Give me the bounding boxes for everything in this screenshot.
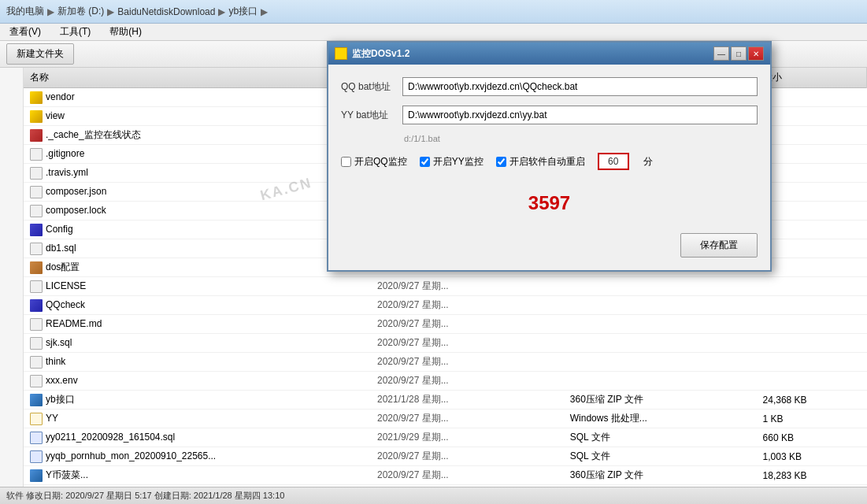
file-name-text: Config: [46, 224, 73, 235]
dialog-icon: [335, 47, 347, 60]
table-row[interactable]: QQcheck2020/9/27 星期...: [24, 296, 867, 315]
file-size-cell: [757, 183, 867, 202]
file-date-cell: 2020/9/27 星期...: [371, 296, 564, 315]
yy-monitor-item: 开启YY监控: [420, 155, 484, 169]
yy-monitor-checkbox[interactable]: [420, 157, 430, 167]
menu-view[interactable]: 查看(V): [6, 24, 44, 40]
file-name-text: Y币菠菜...: [46, 469, 88, 480]
save-config-button[interactable]: 保存配置: [680, 233, 758, 258]
breadcrumb-drive[interactable]: 新加卷 (D:): [57, 5, 104, 18]
table-row[interactable]: README.md2020/9/27 星期...: [24, 315, 867, 334]
file-type-cell: SQL 文件: [564, 447, 757, 466]
file-icon: [30, 91, 43, 104]
file-name-cell: QQcheck: [24, 296, 371, 315]
file-size-cell: [757, 202, 867, 220]
file-size-cell: [757, 145, 867, 164]
file-name-cell: README.md: [24, 315, 371, 334]
file-date-cell: 2020/9/27 星期...: [371, 447, 564, 466]
file-name-cell: db1.sql: [24, 239, 371, 258]
file-type-cell: [564, 372, 757, 391]
file-type-cell: 360压缩 ZIP 文件: [564, 466, 757, 485]
table-row[interactable]: think2020/9/27 星期...: [24, 353, 867, 372]
file-icon: [30, 469, 43, 482]
file-icon: [30, 243, 43, 255]
maximize-button[interactable]: □: [731, 46, 747, 61]
file-size-cell: [757, 258, 867, 277]
file-icon: [30, 280, 43, 293]
new-folder-button[interactable]: 新建文件夹: [6, 43, 74, 65]
close-button[interactable]: ✕: [748, 46, 764, 61]
file-name-text: QQcheck: [46, 299, 85, 310]
table-row[interactable]: Y币菠菜...2020/9/27 星期...360压缩 ZIP 文件18,283…: [24, 466, 867, 485]
table-row[interactable]: yy0211_20200928_161504.sql2021/9/29 星期..…: [24, 428, 867, 447]
file-name-text: db1.sql: [46, 243, 76, 254]
file-name-cell: vendor: [24, 88, 371, 107]
file-name-text: view: [46, 110, 65, 121]
dos-dialog: 监控DOSv1.2 — □ ✕ QQ bat地址 YY bat地址 d:/1/1…: [327, 41, 772, 272]
minute-input[interactable]: [598, 153, 629, 170]
save-btn-row: 保存配置: [341, 227, 758, 258]
file-size-cell: 1 KB: [757, 410, 867, 428]
file-name-text: composer.json: [46, 186, 106, 197]
file-name-cell: yyqb_pornhub_mon_20200910_22565...: [24, 447, 371, 466]
file-size-cell: [757, 126, 867, 145]
breadcrumb-folder1[interactable]: BaiduNetdiskDownload: [117, 6, 215, 17]
minute-suffix-label: 分: [643, 155, 653, 169]
file-name-text: yyqb_pornhub_mon_20200910_22565...: [46, 450, 216, 461]
file-name-text: ._cache_监控在线状态: [46, 129, 141, 140]
minimize-button[interactable]: —: [713, 46, 729, 61]
file-type-cell: [564, 353, 757, 372]
file-name-text: sjk.sql: [46, 337, 72, 348]
file-icon: [30, 224, 43, 236]
col-name[interactable]: 名称: [24, 68, 371, 88]
file-icon: [30, 356, 43, 369]
breadcrumb-computer[interactable]: 我的电脑: [6, 5, 44, 18]
file-name-text: .gitignore: [46, 148, 84, 159]
table-row[interactable]: LICENSE2020/9/27 星期...: [24, 277, 867, 296]
restart-checkbox[interactable]: [496, 157, 506, 167]
table-row[interactable]: YY2020/9/27 星期...Windows 批处理...1 KB: [24, 410, 867, 428]
table-row[interactable]: yyqb_pornhub_mon_20200910_22565...2020/9…: [24, 447, 867, 466]
file-name-text: xxx.env: [46, 375, 78, 386]
file-type-cell: Windows 批处理...: [564, 410, 757, 428]
menu-help[interactable]: 帮助(H): [106, 24, 145, 40]
table-row[interactable]: xxx.env2020/9/27 星期...: [24, 372, 867, 391]
file-name-text: think: [46, 356, 65, 367]
file-icon: [30, 450, 43, 463]
checkbox-row: 开启QQ监控 开启YY监控 开启软件自动重启 分: [341, 150, 758, 170]
breadcrumb-folder2[interactable]: yb接口: [228, 5, 258, 18]
qq-monitor-checkbox[interactable]: [341, 157, 351, 167]
file-size-cell: [757, 220, 867, 239]
file-size-cell: [757, 88, 867, 107]
file-size-cell: [757, 239, 867, 258]
file-date-cell: 2020/9/27 星期...: [371, 410, 564, 428]
qq-bat-row: QQ bat地址: [341, 77, 758, 96]
file-name-cell: think: [24, 353, 371, 372]
file-date-cell: 2020/9/27 星期...: [371, 277, 564, 296]
file-size-cell: 24,368 KB: [757, 391, 867, 410]
dialog-title-left: 监控DOSv1.2: [335, 47, 409, 61]
file-type-cell: SQL 文件: [564, 428, 757, 447]
yy-bat-input[interactable]: [402, 106, 758, 124]
table-row[interactable]: yb接口2021/1/28 星期...360压缩 ZIP 文件24,368 KB: [24, 391, 867, 410]
file-date-cell: 2020/9/27 星期...: [371, 315, 564, 334]
file-icon: [30, 186, 43, 198]
number-display: 3597: [341, 180, 758, 227]
file-icon: [30, 205, 43, 217]
file-icon: [30, 394, 43, 406]
file-icon: [30, 318, 43, 331]
breadcrumb-sep2: ▶: [107, 6, 114, 17]
dialog-body: QQ bat地址 YY bat地址 d:/1/1.bat 开启QQ监控 开启YY…: [328, 65, 770, 270]
table-row[interactable]: sjk.sql2020/9/27 星期...: [24, 334, 867, 353]
file-name-text: LICENSE: [46, 280, 86, 291]
breadcrumb-sep1: ▶: [47, 6, 54, 17]
col-size[interactable]: 大小: [757, 68, 867, 88]
file-name-text: dos配置: [46, 261, 80, 272]
dialog-titlebar: 监控DOSv1.2 — □ ✕: [328, 43, 770, 65]
menu-tools[interactable]: 工具(T): [57, 24, 94, 40]
file-date-cell: 2020/9/27 星期...: [371, 466, 564, 485]
dialog-title-text: 监控DOSv1.2: [352, 47, 409, 61]
file-name-cell: .travis.yml: [24, 164, 371, 183]
qq-bat-input[interactable]: [402, 77, 758, 96]
file-size-cell: [757, 277, 867, 296]
